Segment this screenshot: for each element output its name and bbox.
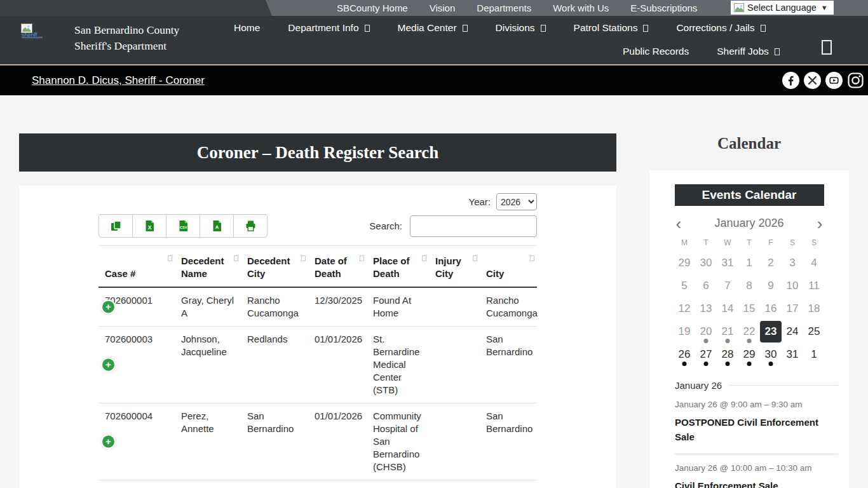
pdf-icon: A [210,219,224,233]
calendar-day-21[interactable]: 21 [717,320,738,343]
calendar-day-9[interactable]: 9 [760,274,782,297]
export-csv-button[interactable]: CSV [166,214,200,238]
print-icon [244,219,257,233]
calendar-day-8[interactable]: 8 [738,274,760,297]
cell-city: San Bernardino [480,403,537,480]
calendar-day-4[interactable]: 4 [803,252,825,274]
calendar-day-31[interactable]: 31 [782,343,803,366]
column-header-case[interactable]: Case # [98,246,175,288]
column-header-injury-city[interactable]: Injury City [429,246,480,288]
event-title-link[interactable]: Civil Enforcement Sale [675,478,838,488]
column-header-place-of-death[interactable]: Place of Death [367,246,429,288]
calendar-day-3[interactable]: 3 [782,252,803,274]
expand-row-button[interactable]: + [102,301,114,313]
nav-item-home[interactable]: Home [234,22,260,34]
utility-link-e-subscriptions[interactable]: E-Subscriptions [630,3,697,13]
calendar-day-14[interactable]: 14 [717,297,738,320]
cell-case: +702600001 [98,287,175,327]
calendar-day-16[interactable]: 16 [760,297,782,320]
calendar-day-27[interactable]: 27 [695,343,717,366]
calendar-day-17[interactable]: 17 [782,297,803,320]
calendar-day-20[interactable]: 20 [695,320,717,343]
calendar-day-11[interactable]: 11 [803,274,825,297]
calendar-next-icon[interactable]: › [816,216,824,231]
calendar-day-10[interactable]: 10 [782,274,803,297]
calendar-day-25[interactable]: 25 [803,320,825,343]
cell-date-of-death: 01/01/2026 [308,480,367,488]
search-label: Search: [369,220,402,231]
nav-item-department-info[interactable]: Department Info [288,22,369,34]
column-header-decedent-city[interactable]: Decedent City [241,246,308,288]
language-selector[interactable]: Select Language ▼ [731,1,834,15]
search-icon[interactable] [822,40,832,55]
cell-decedent-city: San Bernardino [241,403,308,480]
calendar-day-18[interactable]: 18 [803,297,825,320]
event-title-link[interactable]: POSTPONED Civil Enforcement Sale [675,415,838,444]
calendar-day-31[interactable]: 31 [717,252,738,274]
calendar-day-23[interactable]: 23 [760,320,782,343]
calendar-day-13[interactable]: 13 [695,297,717,320]
event-dot [769,362,773,366]
main-nav: sheriff… San Bernardino County Sheriff's… [0,16,868,64]
column-header-city[interactable]: City [480,246,537,288]
breadcrumb-link[interactable]: Shannon D. Dicus, Sheriff - Coroner [32,74,205,87]
expand-row-button[interactable]: + [102,359,114,371]
calendar-day-30[interactable]: 30 [760,343,782,366]
brand[interactable]: sheriff… San Bernardino County Sheriff's… [21,21,179,54]
utility-link-departments[interactable]: Departments [477,3,531,13]
nav-row-2: Public RecordsSheriff Jobs [623,46,780,57]
calendar-day-29[interactable]: 29 [674,252,695,274]
nav-item-patrol-stations[interactable]: Patrol Stations [574,22,649,34]
export-copy-button[interactable] [98,214,133,238]
nav-item-public-records[interactable]: Public Records [623,46,689,57]
export-excel-button[interactable]: X [132,214,166,238]
nav-item-media-center[interactable]: Media Center [398,22,468,34]
export-pdf-button[interactable]: A [200,214,234,238]
nav-item-sheriff-jobs[interactable]: Sheriff Jobs [717,46,780,57]
calendar-day-15[interactable]: 15 [738,297,760,320]
youtube-icon[interactable] [825,72,843,89]
nav-item-label: Home [234,22,260,34]
instagram-icon[interactable] [847,72,864,89]
year-select[interactable]: 2026 [496,193,537,210]
utility-link-vision[interactable]: Vision [430,3,456,13]
calendar-day-1[interactable]: 1 [738,252,760,274]
calendar-day-19[interactable]: 19 [674,320,695,343]
calendar-day-5[interactable]: 5 [674,274,695,297]
calendar-day-30[interactable]: 30 [695,252,717,274]
utility-link-work-with-us[interactable]: Work with Us [553,3,609,13]
calendar-day-26[interactable]: 26 [674,343,695,366]
expand-row-button[interactable]: + [102,436,114,448]
x-twitter-icon[interactable] [804,72,821,89]
weekday-label: M [674,238,695,247]
event-time: January 26 @ 9:00 am – 9:30 am [675,400,838,409]
nav-links: HomeDepartment InfoMedia CenterDivisions… [234,16,868,64]
calendar-day-12[interactable]: 12 [674,297,695,320]
copy-icon [109,219,123,233]
search-input[interactable] [410,215,537,237]
nav-item-corrections-jails[interactable]: Corrections / Jails [676,22,765,34]
utility-links: SBCounty HomeVisionDepartmentsWork with … [337,0,697,16]
sidebar-title: Calendar [649,135,849,152]
calendar-prev-icon[interactable]: ‹ [675,216,683,231]
calendar-day-2[interactable]: 2 [760,252,782,274]
column-header-date-of-death[interactable]: Date of Death [308,246,367,288]
column-header-label: Case # [105,268,135,279]
nav-item-divisions[interactable]: Divisions [496,22,546,34]
caret-down-icon: ▼ [821,4,828,11]
calendar-day-1[interactable]: 1 [803,343,825,366]
calendar-day-29[interactable]: 29 [738,343,760,366]
table-row: +702600004Perez, AnnetteSan Bernardino01… [98,403,537,480]
calendar-day-28[interactable]: 28 [717,343,738,366]
export-print-button[interactable] [233,214,268,238]
column-header-decedent-name[interactable]: Decedent Name [175,246,241,288]
utility-link-sbcounty-home[interactable]: SBCounty Home [337,3,408,13]
calendar-day-22[interactable]: 22 [738,320,760,343]
facebook-icon[interactable] [782,72,799,89]
dropdown-indicator-icon [643,25,648,32]
calendar-day-24[interactable]: 24 [782,320,803,343]
event-time: January 26 @ 10:00 am – 10:30 am [675,463,838,473]
event-day-heading: January 26 [675,380,838,391]
calendar-day-7[interactable]: 7 [717,274,738,297]
calendar-day-6[interactable]: 6 [695,274,717,297]
